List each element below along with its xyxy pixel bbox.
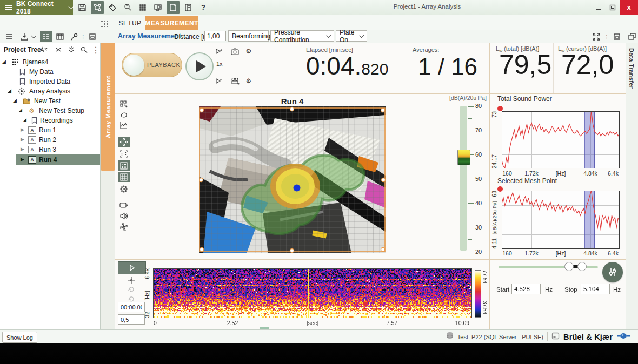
time-position-input[interactable] (118, 302, 145, 312)
camera-icon[interactable] (231, 48, 240, 55)
fan-icon[interactable] (118, 221, 130, 232)
method-dropdown[interactable]: Beamforming (228, 30, 269, 42)
help-icon[interactable]: ? (197, 1, 210, 14)
mesh-points-icon[interactable] (118, 184, 130, 194)
start-frequency-input[interactable] (511, 284, 541, 294)
spectrum-view-icon[interactable] (118, 120, 130, 130)
tree-item-new-test-setup[interactable]: ◢ ⚙ New Test Setup (0, 106, 100, 116)
menu-icon[interactable] (3, 31, 15, 42)
grid-fine-icon[interactable] (118, 172, 130, 182)
tsp-chart[interactable] (502, 111, 620, 168)
restore-button[interactable] (606, 0, 620, 15)
distance-input[interactable] (204, 31, 226, 41)
loop-icon[interactable] (128, 286, 135, 293)
start-slider-handle[interactable] (564, 262, 574, 271)
database-icon (446, 332, 454, 342)
stop-slider-handle[interactable] (577, 262, 587, 271)
tree-item-run-4-selected[interactable]: ▶ A Run 4 (0, 155, 100, 165)
scale-handle[interactable] (457, 150, 470, 165)
expanded-arrow-icon[interactable]: ◢ (23, 117, 26, 123)
tab-setup[interactable]: SETUP (115, 16, 145, 30)
quantity-dropdown[interactable]: Pressure Contribution (270, 30, 334, 42)
monitor-icon[interactable] (151, 1, 164, 14)
data-browser-icon[interactable] (91, 1, 104, 14)
marker-remove-icon[interactable] (215, 77, 224, 85)
play-icon (196, 60, 206, 72)
tag-icon[interactable] (106, 1, 119, 14)
smp-chart[interactable] (502, 191, 620, 249)
spectrogram-y-axis: 6.4k[Hz]32 (143, 268, 151, 318)
settings-gear-icon[interactable]: ⚙ (244, 77, 253, 85)
sort-remove-icon[interactable] (39, 45, 49, 54)
notebook-icon[interactable] (182, 1, 195, 14)
plate-dropdown[interactable]: Plate On (336, 30, 367, 42)
collapsed-arrow-icon[interactable]: ▶ (21, 146, 24, 152)
minimize-button[interactable] (592, 0, 606, 15)
step-input[interactable] (118, 314, 145, 325)
tree-item-run-3[interactable]: ▶ A Run 3 (0, 145, 100, 154)
speaker-icon[interactable] (118, 211, 130, 221)
tab-measurement[interactable]: MEASUREMENT (145, 16, 198, 30)
collapsed-arrow-icon[interactable]: ▶ (21, 157, 24, 162)
tree-item-array-analysis[interactable]: ◢ Array Analysis (0, 86, 100, 96)
pan-move-icon[interactable] (118, 137, 130, 147)
fullscreen-icon[interactable] (590, 31, 602, 42)
search-icon[interactable] (79, 45, 89, 54)
video-recorder-icon[interactable] (231, 77, 240, 85)
tree-item-project[interactable]: ◢ Bjarnes4 (0, 57, 100, 67)
sound-map[interactable] (199, 106, 386, 253)
tree-item-run-1[interactable]: ▶ A Run 1 (0, 125, 100, 135)
expanded-arrow-icon[interactable]: ◢ (18, 107, 22, 113)
collapsed-arrow-icon[interactable]: ▶ (21, 137, 24, 142)
app-menu-button[interactable]: BK Connect 2018 (0, 0, 73, 15)
mesh-edit-icon[interactable] (118, 99, 130, 109)
expanded-arrow-icon[interactable]: ◢ (13, 98, 17, 103)
expanded-arrow-icon[interactable]: ◢ (8, 88, 11, 93)
marker-add-icon[interactable] (215, 48, 224, 55)
grid-coarse-icon[interactable] (118, 160, 130, 171)
waffle-icon[interactable] (101, 20, 108, 27)
wrench-icon[interactable] (68, 31, 80, 42)
collapse-icon[interactable] (54, 45, 63, 54)
keypad-icon[interactable] (136, 1, 149, 14)
database-status[interactable]: Test_P22 (SQL Server - PULSE) (457, 334, 543, 340)
collapsed-arrow-icon[interactable]: ▶ (21, 127, 24, 132)
start-label: Start (496, 286, 509, 293)
data-transfer-vertical-tab[interactable]: Data Transfer (626, 43, 638, 329)
surface-icon[interactable] (118, 110, 130, 120)
more-options-icon[interactable]: ⋮ (91, 45, 101, 54)
dock-pane-icon[interactable] (611, 31, 623, 42)
show-log-button[interactable]: Show Log (2, 332, 37, 343)
play-button[interactable] (185, 52, 214, 80)
tree-item-run-2[interactable]: ▶ A Run 2 (0, 135, 100, 145)
layout-window-icon[interactable] (167, 1, 180, 14)
tree-item-my-data[interactable]: My Data (0, 67, 100, 77)
expanded-arrow-icon[interactable]: ◢ (2, 59, 6, 64)
import-chevron-icon[interactable] (30, 31, 37, 42)
settings-gear-icon[interactable]: ⚙ (244, 48, 253, 55)
search-refresh-icon[interactable] (121, 1, 134, 14)
import-icon[interactable] (18, 31, 30, 42)
window-controls: x (592, 0, 638, 15)
expand-all-icon[interactable] (67, 45, 76, 54)
cascade-windows-icon[interactable] (626, 31, 638, 42)
spectrogram-play-button[interactable] (118, 261, 146, 274)
frequency-filter-button[interactable] (602, 262, 623, 282)
zoom-region-icon[interactable] (118, 149, 130, 159)
tree-item-new-test[interactable]: ◢ New Test (0, 96, 100, 106)
playback-toggle[interactable]: PLAYBACK (122, 53, 182, 77)
tree-item-recordings[interactable]: ◢ Recordings (0, 116, 100, 125)
task-list-icon[interactable] (40, 31, 52, 42)
camera-view-icon[interactable] (118, 200, 130, 210)
test-folder-icon (23, 97, 31, 105)
color-scale-bar[interactable] (460, 106, 467, 251)
array-measurement-vertical-tab[interactable]: Array Measurement (101, 43, 115, 171)
dock-icon[interactable] (87, 31, 98, 42)
close-button[interactable]: x (620, 0, 638, 15)
run-icon: A (28, 145, 36, 153)
cursor-crosshair-icon[interactable] (127, 276, 136, 285)
table-view-icon[interactable] (54, 31, 66, 42)
tree-item-imported-data[interactable]: Imported Data (0, 77, 100, 86)
stop-frequency-input[interactable] (581, 284, 610, 294)
save-icon[interactable] (76, 1, 89, 14)
